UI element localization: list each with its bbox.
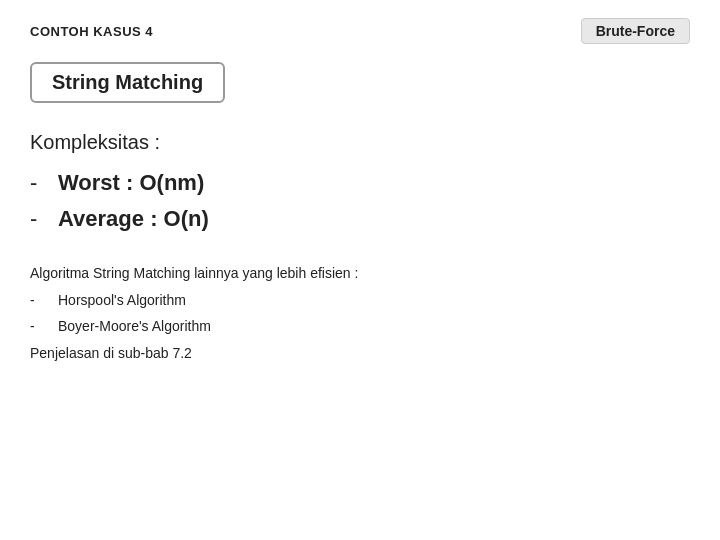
list-item: - Average : O(n) [30,206,690,232]
item-text: Average : O(n) [58,206,209,232]
algo-line: - Horspool's Algorithm [30,287,690,314]
top-bar: CONTOH KASUS 4 Brute-Force [30,18,690,44]
page: CONTOH KASUS 4 Brute-Force String Matchi… [0,0,720,540]
complexity-list: - Worst : O(nm) - Average : O(n) [30,170,690,232]
dash: - [30,287,44,314]
dash: - [30,170,44,196]
contoh-label: CONTOH KASUS 4 [30,24,153,39]
algo-text: Horspool's Algorithm [58,287,186,314]
algorithms-intro: Algoritma String Matching lainnya yang l… [30,260,690,287]
string-matching-title: String Matching [30,62,225,103]
algorithms-footer: Penjelasan di sub-bab 7.2 [30,340,690,367]
item-text: Worst : O(nm) [58,170,204,196]
kompleksitas-heading: Kompleksitas : [30,131,690,154]
algo-line: - Boyer-Moore's Algorithm [30,313,690,340]
dash: - [30,206,44,232]
dash: - [30,313,44,340]
algorithms-section: Algoritma String Matching lainnya yang l… [30,260,690,366]
brute-force-badge: Brute-Force [581,18,690,44]
algo-text: Boyer-Moore's Algorithm [58,313,211,340]
list-item: - Worst : O(nm) [30,170,690,196]
